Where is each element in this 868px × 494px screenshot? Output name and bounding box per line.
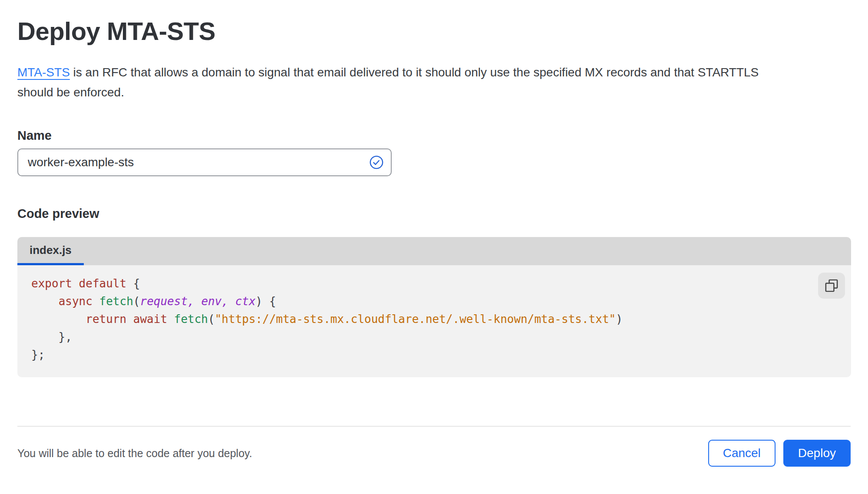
copy-code-button[interactable]	[818, 273, 845, 299]
deploy-button[interactable]: Deploy	[783, 440, 851, 467]
mta-sts-link[interactable]: MTA-STS	[17, 66, 70, 79]
footer-actions: Cancel Deploy	[708, 440, 851, 467]
code-line: async fetch(request, env, ctx) {	[31, 293, 851, 310]
footer-note: You will be able to edit the code after …	[17, 447, 252, 460]
tab-index-js[interactable]: index.js	[17, 237, 84, 265]
footer-row: You will be able to edit the code after …	[17, 440, 851, 467]
name-label: Name	[17, 127, 851, 144]
name-input[interactable]	[17, 148, 392, 176]
copy-icon	[824, 278, 839, 293]
name-input-wrap	[17, 148, 392, 176]
code-preview-label: Code preview	[17, 205, 851, 222]
page-title: Deploy MTA-STS	[17, 17, 851, 45]
description-text: is an RFC that allows a domain to signal…	[17, 66, 759, 99]
deploy-mta-sts-page: Deploy MTA-STS MTA-STS is an RFC that al…	[0, 17, 868, 494]
code-line: export default {	[31, 275, 851, 293]
code-line: };	[31, 346, 851, 364]
footer-divider	[17, 426, 851, 427]
code-line: },	[31, 328, 851, 346]
description: MTA-STS is an RFC that allows a domain t…	[17, 63, 851, 102]
code-block: export default { async fetch(request, en…	[31, 275, 851, 364]
code-area: export default { async fetch(request, en…	[17, 265, 851, 377]
cancel-button[interactable]: Cancel	[708, 440, 776, 467]
code-line: return await fetch("https://mta-sts.mx.c…	[31, 310, 851, 328]
code-tab-bar: index.js	[17, 237, 851, 265]
code-preview-card: index.js export default { async fetch(re…	[17, 237, 851, 377]
